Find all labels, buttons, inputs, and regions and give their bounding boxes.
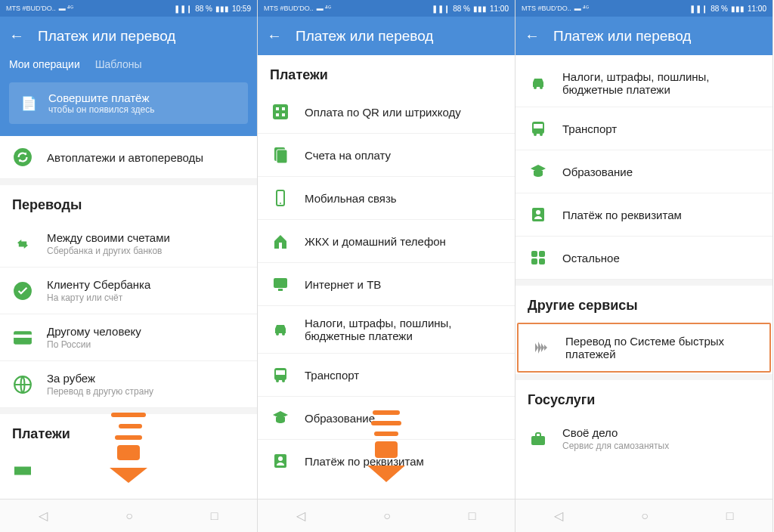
car-icon bbox=[528, 73, 549, 94]
item-own-business[interactable]: Своё делоСервис для самозанятых bbox=[515, 416, 772, 462]
nav-back-icon[interactable]: ◁ bbox=[554, 509, 563, 523]
globe-icon bbox=[12, 374, 33, 395]
section-payments: Платежи bbox=[0, 414, 257, 450]
status-bar: MTS #BUD'DO..▬ ⁴ᴳ ❚❚❙88 %▮▮▮11:00 bbox=[515, 0, 772, 17]
page-title: Платеж или перевод bbox=[553, 28, 691, 45]
status-bar: MTS #BUD'DO..▬ ⁴ᴳ ❚❚❙88 %▮▮▮11:00 bbox=[258, 0, 515, 17]
item-between-accounts[interactable]: Между своими счетамиСбербанка и других б… bbox=[0, 221, 257, 268]
svg-rect-38 bbox=[531, 258, 537, 264]
contact-icon bbox=[528, 204, 549, 225]
document-icon: 📄 bbox=[20, 94, 38, 113]
screen-2: MTS #BUD'DO..▬ ⁴ᴳ ❚❚❙88 %▮▮▮11:00 ← Плат… bbox=[258, 0, 515, 532]
screen-1: MTS #BUD'DO..▬ ⁴ᴳ ❚❚❙88 %▮▮▮10:59 ← Плат… bbox=[0, 0, 258, 532]
item-qr-pay[interactable]: Оплата по QR или штрихкоду bbox=[258, 91, 515, 134]
item-requisites[interactable]: Платёж по реквизитам bbox=[515, 193, 772, 237]
app-header: ← Платеж или перевод bbox=[0, 17, 257, 55]
svg-rect-39 bbox=[539, 258, 545, 264]
item-autopay[interactable]: Автоплатежи и автопереводы bbox=[0, 136, 257, 179]
status-bar: MTS #BUD'DO..▬ ⁴ᴳ ❚❚❙88 %▮▮▮10:59 bbox=[0, 0, 257, 17]
sbp-highlight: Перевод по Системе быстрых платежей bbox=[517, 323, 771, 373]
svg-point-28 bbox=[534, 86, 537, 89]
item-to-other-person[interactable]: Другому человекуПо России bbox=[0, 314, 257, 361]
back-icon[interactable]: ← bbox=[9, 27, 24, 45]
car-icon bbox=[270, 319, 291, 340]
item-education[interactable]: Образование bbox=[258, 397, 515, 440]
item-education[interactable]: Образование bbox=[515, 150, 772, 193]
house-icon bbox=[270, 230, 291, 252]
svg-rect-10 bbox=[276, 113, 279, 116]
svg-rect-36 bbox=[531, 251, 537, 257]
content[interactable]: Автоплатежи и автопереводы Переводы Межд… bbox=[0, 136, 257, 499]
svg-point-33 bbox=[540, 133, 543, 136]
svg-rect-16 bbox=[279, 243, 282, 249]
tabs: Мои операции Шаблоны bbox=[0, 55, 257, 82]
contact-icon bbox=[270, 450, 291, 472]
item-taxes[interactable]: Налоги, штрафы, пошлины, бюджетные плате… bbox=[258, 306, 515, 354]
svg-rect-40 bbox=[531, 436, 545, 445]
item-internet-tv[interactable]: Интернет и ТВ bbox=[258, 263, 515, 306]
svg-point-15 bbox=[280, 203, 281, 204]
content[interactable]: Налоги, штрафы, пошлины, бюджетные плате… bbox=[515, 55, 772, 499]
briefcase-icon bbox=[528, 428, 549, 450]
page-title: Платеж или перевод bbox=[38, 28, 175, 45]
item-to-sber-client[interactable]: Клиенту СбербанкаНа карту или счёт bbox=[0, 268, 257, 314]
page-title: Платеж или перевод bbox=[296, 28, 433, 45]
svg-point-24 bbox=[282, 379, 285, 382]
tab-templates[interactable]: Шаблоны bbox=[95, 55, 142, 73]
back-icon[interactable]: ← bbox=[267, 27, 282, 45]
svg-rect-17 bbox=[274, 278, 287, 288]
graduation-icon bbox=[528, 161, 549, 182]
nav-home-icon[interactable]: ○ bbox=[383, 509, 391, 523]
system-nav: ◁ ○ □ bbox=[515, 499, 772, 532]
section-payments: Платежи bbox=[258, 55, 515, 91]
nav-back-icon[interactable]: ◁ bbox=[296, 509, 305, 523]
screen-3: MTS #BUD'DO..▬ ⁴ᴳ ❚❚❙88 %▮▮▮11:00 ← Плат… bbox=[515, 0, 773, 532]
svg-rect-7 bbox=[273, 104, 288, 119]
sber-icon bbox=[12, 280, 33, 302]
item-transport[interactable]: Транспорт bbox=[258, 354, 515, 397]
item-partial[interactable] bbox=[0, 450, 257, 492]
nav-recent-icon[interactable]: □ bbox=[726, 509, 734, 523]
item-utilities[interactable]: ЖКХ и домашний телефон bbox=[258, 220, 515, 263]
item-sbp[interactable]: Перевод по Системе быстрых платежей bbox=[519, 324, 769, 371]
item-requisites[interactable]: Платёж по реквизитам bbox=[258, 440, 515, 482]
tab-my-operations[interactable]: Мои операции bbox=[9, 55, 80, 73]
nav-home-icon[interactable]: ○ bbox=[125, 509, 133, 523]
item-transport[interactable]: Транспорт bbox=[515, 107, 772, 150]
grid-icon bbox=[528, 247, 549, 268]
item-bills[interactable]: Счета на оплату bbox=[258, 134, 515, 177]
card-icon bbox=[12, 327, 33, 348]
content[interactable]: Платежи Оплата по QR или штрихкоду Счета… bbox=[258, 55, 515, 499]
svg-rect-3 bbox=[14, 334, 32, 337]
nav-back-icon[interactable]: ◁ bbox=[39, 509, 48, 523]
make-payment-banner[interactable]: 📄 Совершите платёж чтобы он появился зде… bbox=[0, 82, 257, 136]
item-other[interactable]: Остальное bbox=[515, 237, 772, 280]
nav-recent-icon[interactable]: □ bbox=[211, 509, 218, 523]
item-mobile[interactable]: Мобильная связь bbox=[258, 177, 515, 220]
back-icon[interactable]: ← bbox=[525, 27, 540, 45]
svg-point-35 bbox=[536, 210, 540, 215]
system-nav: ◁ ○ □ bbox=[0, 499, 257, 532]
svg-rect-22 bbox=[276, 370, 285, 375]
svg-point-20 bbox=[282, 332, 285, 336]
monitor-icon bbox=[270, 274, 291, 295]
item-abroad[interactable]: За рубежПеревод в другую страну bbox=[0, 361, 257, 408]
nav-home-icon[interactable]: ○ bbox=[641, 509, 649, 523]
svg-rect-9 bbox=[282, 107, 285, 110]
svg-point-23 bbox=[276, 379, 279, 382]
section-other-services: Другие сервисы bbox=[515, 286, 772, 321]
nav-recent-icon[interactable]: □ bbox=[469, 509, 476, 523]
app-header: ← Платеж или перевод bbox=[515, 17, 772, 55]
svg-point-26 bbox=[278, 456, 283, 461]
exchange-icon bbox=[12, 234, 33, 255]
app-header: ← Платеж или перевод bbox=[258, 17, 515, 55]
graduation-icon bbox=[270, 407, 291, 428]
svg-point-32 bbox=[534, 133, 537, 136]
document-icon bbox=[270, 144, 291, 165]
section-transfers: Переводы bbox=[0, 185, 257, 221]
system-nav: ◁ ○ □ bbox=[258, 499, 515, 532]
qr-icon bbox=[12, 460, 33, 481]
section-gosuslugi: Госуслуги bbox=[515, 380, 772, 416]
item-taxes[interactable]: Налоги, штрафы, пошлины, бюджетные плате… bbox=[515, 60, 772, 107]
bus-icon bbox=[528, 118, 549, 139]
